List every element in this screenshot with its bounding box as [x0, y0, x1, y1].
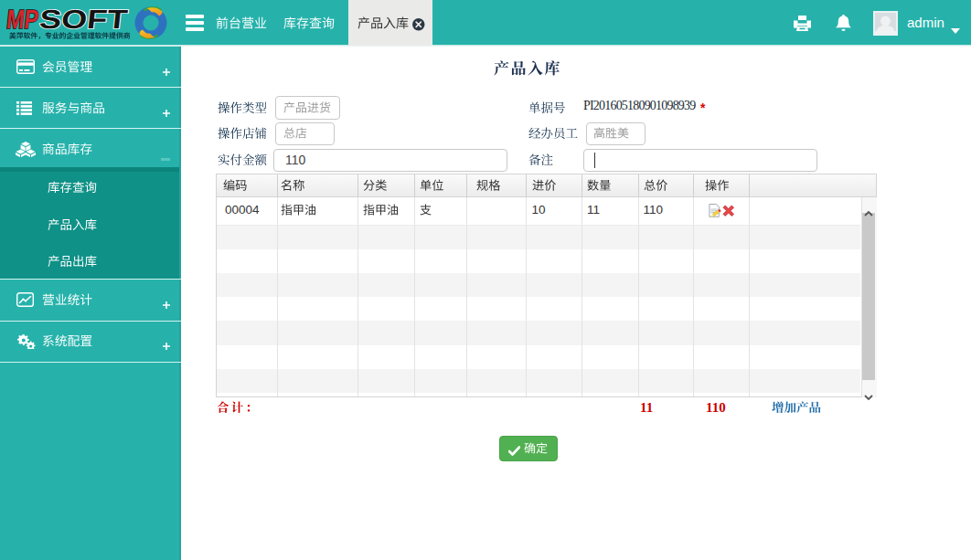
svg-text:MP: MP: [5, 5, 40, 34]
svg-text:SOFT: SOFT: [38, 5, 130, 34]
